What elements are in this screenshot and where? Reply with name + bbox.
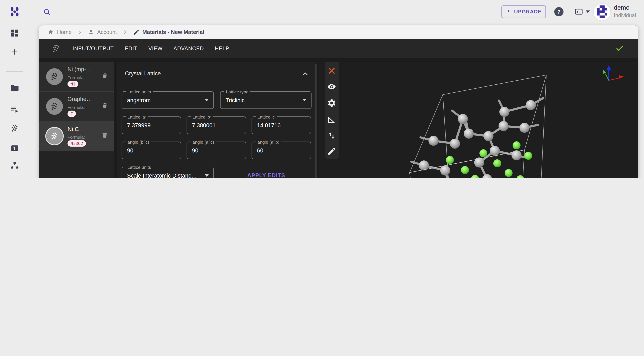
user-avatar[interactable] — [593, 3, 611, 21]
unit-cell-edge — [410, 95, 443, 173]
rail-item-add[interactable] — [10, 47, 19, 56]
material-row[interactable]: Ni CFormula:Ni3C2 — [39, 122, 114, 151]
lattice-a-input[interactable]: Lattice 'a' 7.379999 — [122, 116, 181, 134]
unit-cell-edge — [443, 95, 452, 178]
jobs-icon — [10, 105, 19, 114]
close-icon — [327, 66, 336, 75]
menu-view[interactable]: VIEW — [148, 45, 163, 51]
atom-nickel[interactable] — [480, 149, 488, 157]
rail-divider — [6, 71, 23, 72]
atom-carbon[interactable] — [458, 114, 468, 124]
crystal-scene[interactable] — [319, 62, 638, 178]
atom-carbon[interactable] — [428, 136, 438, 146]
material-row[interactable]: Ni (mp-…Formula:Ni — [39, 62, 114, 92]
viewer-edit-button[interactable] — [327, 147, 337, 157]
app: UPGRADE ? demo Individual HomeAccountMat… — [0, 0, 644, 178]
material-avatar — [46, 128, 63, 145]
rail-item-workflows[interactable] — [10, 161, 19, 170]
atom-carbon[interactable] — [512, 150, 522, 161]
menu-input-output[interactable]: INPUT/OUTPUT — [72, 45, 114, 51]
lattice-units-select[interactable]: Lattice units angstrom — [122, 91, 214, 109]
atom-carbon[interactable] — [482, 174, 492, 178]
breadcrumb-item-materials-new-material[interactable]: Materials - New Material — [133, 29, 204, 35]
material-formula-label: Formula: — [68, 75, 85, 80]
atom-carbon[interactable] — [498, 121, 508, 131]
terminal-caret-icon[interactable] — [586, 10, 590, 13]
lattice-c-input[interactable]: Lattice 'c' 14.01716 — [252, 116, 311, 134]
angle-ab-input[interactable]: angle (a^b) 60 — [252, 142, 311, 159]
atom-carbon[interactable] — [526, 100, 536, 110]
breadcrumb-item-home[interactable]: Home — [48, 29, 72, 35]
rail-item-jobs[interactable] — [10, 105, 19, 114]
atom-carbon[interactable] — [490, 146, 500, 156]
home-icon — [48, 29, 54, 35]
menu-edit[interactable]: EDIT — [125, 45, 138, 51]
menu-help[interactable]: HELP — [215, 45, 229, 51]
user-plan: Individual — [614, 12, 636, 18]
viewer-toolbar — [325, 62, 339, 159]
atom-carbon[interactable] — [484, 131, 494, 141]
angle-ac-input[interactable]: angle (a^c) 90 — [186, 142, 246, 159]
settings-icon — [327, 98, 336, 108]
atom-nickel[interactable] — [493, 159, 501, 167]
add-icon — [10, 47, 19, 56]
crystal-lattice-title: Crystal Lattice — [125, 70, 161, 77]
atom-nickel[interactable] — [504, 169, 512, 177]
materials-icon — [50, 102, 59, 111]
folder-icon — [10, 83, 19, 93]
atom-carbon[interactable] — [450, 139, 460, 149]
collapse-lattice-icon[interactable] — [302, 72, 308, 76]
upgrade-label: UPGRADE — [514, 9, 542, 15]
person-icon — [88, 29, 94, 35]
atom-nickel[interactable] — [446, 156, 454, 164]
atom-carbon[interactable] — [499, 107, 510, 117]
axes-gizmo — [603, 65, 624, 80]
swap-vert-icon — [327, 131, 336, 140]
user-name: demo — [614, 4, 630, 11]
apply-edits-button[interactable]: APPLY EDITS — [241, 167, 292, 178]
search-icon[interactable] — [43, 8, 51, 16]
help-icon[interactable]: ? — [554, 7, 564, 16]
materials-icon — [50, 72, 59, 81]
atom-nickel[interactable] — [524, 152, 532, 160]
rail-item-counter-one[interactable] — [10, 144, 19, 153]
person-icon — [88, 29, 94, 35]
atom-nickel[interactable] — [461, 166, 469, 174]
viewer-settings-button[interactable] — [327, 98, 337, 109]
atom-nickel[interactable] — [471, 175, 479, 178]
material-title: Ni (mp-… — [68, 66, 92, 72]
atom-carbon[interactable] — [520, 123, 530, 133]
angle-bc-input[interactable]: angle (b^c) 90 — [122, 142, 181, 159]
trash-icon[interactable] — [102, 132, 108, 140]
viewer-swap-vert-button[interactable] — [327, 131, 337, 141]
menubar: INPUT/OUTPUTEDITVIEWADVANCEDHELP — [39, 39, 638, 58]
material-row[interactable]: Graphe…Formula:C — [39, 92, 114, 122]
unit-cell-edge — [540, 75, 546, 178]
app-logo-icon[interactable] — [9, 6, 20, 17]
atom-carbon[interactable] — [440, 166, 450, 176]
trash-icon[interactable] — [102, 102, 108, 110]
viewer-close-button[interactable] — [327, 66, 337, 76]
atom-carbon[interactable] — [464, 129, 474, 139]
rail-item-materials[interactable] — [10, 124, 19, 133]
structure-viewer[interactable]: i — [319, 62, 638, 178]
atom-nickel[interactable] — [512, 141, 520, 149]
panel-scrollbar[interactable] — [315, 64, 316, 178]
lattice-b-input[interactable]: Lattice 'b' 7.380001 — [186, 116, 246, 134]
material-formula-chip: Ni3C2 — [68, 140, 86, 147]
unit-cell-edge — [443, 75, 546, 95]
breadcrumb-item-account[interactable]: Account — [88, 29, 117, 35]
viewer-visibility-button[interactable] — [327, 82, 337, 92]
rail-item-folder[interactable] — [10, 83, 19, 93]
breadcrumb-separator-icon — [76, 29, 82, 35]
materials-icon — [10, 124, 19, 133]
saved-check-icon — [616, 44, 624, 52]
lattice-type-select[interactable]: Lattice type Triclinic — [220, 91, 312, 109]
viewer-measure-button[interactable] — [327, 115, 337, 125]
trash-icon[interactable] — [102, 72, 108, 80]
terminal-icon[interactable] — [573, 7, 584, 16]
rail-item-dashboard[interactable] — [10, 28, 19, 38]
upgrade-button[interactable]: UPGRADE — [502, 5, 546, 18]
menu-advanced[interactable]: ADVANCED — [174, 45, 204, 51]
scale-mode-select[interactable]: Lattice units Scale Interatomic Distanc… — [122, 167, 214, 178]
